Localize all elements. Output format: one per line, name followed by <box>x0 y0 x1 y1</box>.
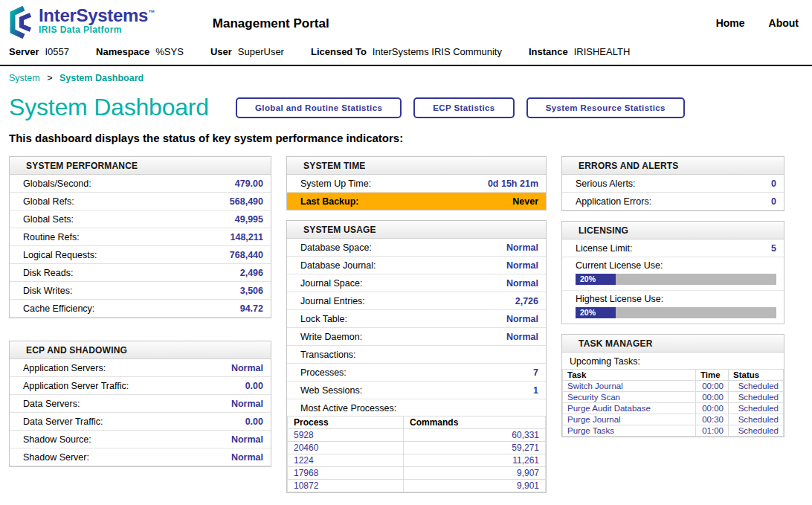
panel-title: ERRORS AND ALERTS <box>562 157 784 175</box>
upcoming-tasks-table: Task Time Status Switch Journal 00:00 Sc… <box>562 369 784 437</box>
stat-label: Data Servers: <box>23 399 80 409</box>
process-id: 1224 <box>288 454 404 467</box>
info-label: Namespace <box>96 46 149 57</box>
panel-system-time: SYSTEM TIME System Up Time:0d 15h 21m La… <box>286 156 547 210</box>
info-value: %SYS <box>155 46 184 57</box>
stat-label: Shadow Server: <box>23 452 89 463</box>
column-1: SYSTEM PERFORMANCE Globals/Second:479.00… <box>9 156 271 467</box>
stat-value: 479.00 <box>235 178 263 189</box>
stat-row: Shadow Server:Normal <box>10 448 271 466</box>
license-use-bar-fill: 20% <box>576 274 616 285</box>
process-id: 20460 <box>288 442 404 454</box>
system-resource-statistics-button[interactable]: System Resource Statistics <box>526 97 685 118</box>
task-link[interactable]: Purge Tasks <box>567 426 614 435</box>
panel-errors-alerts: ERRORS AND ALERTS Serious Alerts:0 Appli… <box>561 156 784 211</box>
info-value: IRISHEALTH <box>574 46 631 57</box>
task-link[interactable]: Purge Journal <box>567 415 621 424</box>
stat-row: Processes:7 <box>287 364 546 382</box>
panel-title: SYSTEM TIME <box>287 157 546 175</box>
stat-label: Logical Requests: <box>23 250 97 260</box>
stat-value: 3,506 <box>240 286 263 296</box>
stat-row: Global Sets:49,995 <box>10 210 271 228</box>
stat-value: Normal <box>506 314 538 324</box>
panel-title: ECP AND SHADOWING <box>10 341 271 359</box>
breadcrumb-system-link[interactable]: System <box>9 73 40 83</box>
statistics-buttons: Global and Routine Statistics ECP Statis… <box>236 97 685 118</box>
task-row: Purge Tasks 01:00 Scheduled <box>563 425 784 437</box>
brand-subtitle: IRIS Data Platform <box>39 25 155 35</box>
stat-label: Processes: <box>300 367 347 378</box>
stat-value: Normal <box>231 399 263 409</box>
stat-row: Disk Writes:3,506 <box>10 282 271 300</box>
task-row: Purge Audit Database 00:00 Scheduled <box>563 403 784 414</box>
stat-label: Database Space: <box>300 242 372 253</box>
stat-row: Application Errors:0 <box>562 193 784 210</box>
home-link[interactable]: Home <box>716 17 745 29</box>
stat-value: Normal <box>506 278 538 289</box>
stat-row: Logical Requests:768,440 <box>10 246 271 264</box>
process-id: 10872 <box>288 480 404 492</box>
task-link[interactable]: Switch Journal <box>567 382 623 390</box>
task-time: 00:30 <box>696 414 729 425</box>
process-commands: 9,901 <box>404 480 546 492</box>
column-header-status: Status <box>729 370 784 381</box>
task-time: 00:00 <box>696 381 729 392</box>
dashboard-description: This dashboard displays the status of ke… <box>0 126 812 146</box>
stat-label: Cache Efficiency: <box>23 303 94 314</box>
stat-value: 0 <box>771 178 776 189</box>
stat-label: Write Daemon: <box>300 332 362 342</box>
info-value: I0557 <box>45 46 69 57</box>
task-time: 00:00 <box>696 403 729 414</box>
info-label: Licensed To <box>311 46 367 57</box>
task-status: Scheduled <box>729 381 784 392</box>
stat-row: Globals/Second:479.00 <box>10 175 271 193</box>
breadcrumb: System > System Dashboard <box>0 66 812 86</box>
panel-system-usage: SYSTEM USAGE Database Space:Normal Datab… <box>286 220 547 493</box>
stat-value: 2,496 <box>240 268 263 278</box>
task-status: Scheduled <box>729 414 784 425</box>
column-header-commands: Commands <box>404 416 546 429</box>
ecp-statistics-button[interactable]: ECP Statistics <box>413 97 514 118</box>
info-label: User <box>210 46 232 57</box>
task-link[interactable]: Purge Audit Database <box>567 404 651 413</box>
stat-value: Normal <box>506 260 538 271</box>
intersystems-logo: InterSystems™ IRIS Data Platform <box>9 6 155 39</box>
stat-value: Normal <box>506 242 538 253</box>
panel-title: SYSTEM PERFORMANCE <box>10 157 271 175</box>
top-nav: Home About <box>716 17 799 29</box>
panel-licensing: LICENSING License Limit:5 Current Licens… <box>561 221 784 324</box>
stat-value: 1 <box>533 385 538 396</box>
info-user: User SuperUser <box>210 46 284 57</box>
stat-value: Normal <box>231 363 263 373</box>
stat-row: Database Space:Normal <box>287 239 546 257</box>
panel-title: SYSTEM USAGE <box>287 221 546 239</box>
stat-value: 7 <box>533 367 538 378</box>
task-time: 01:00 <box>696 425 729 437</box>
stat-label: Global Refs: <box>23 196 74 207</box>
about-link[interactable]: About <box>769 17 799 29</box>
brand-name: InterSystems™ <box>39 6 155 25</box>
stat-label: Database Journal: <box>300 260 376 271</box>
stat-value: 0d 15h 21m <box>488 178 538 189</box>
task-row: Switch Journal 00:00 Scheduled <box>563 381 784 392</box>
panel-task-manager: TASK MANAGER Upcoming Tasks: Task Time S… <box>561 334 784 437</box>
info-value: InterSystems IRIS Community <box>373 46 502 57</box>
stat-value: 768,440 <box>230 250 263 260</box>
license-use-bar-track: 20% <box>576 307 776 318</box>
stat-row: Routine Refs:148,211 <box>10 228 271 246</box>
column-header-time: Time <box>696 370 729 381</box>
global-routine-statistics-button[interactable]: Global and Routine Statistics <box>236 97 402 118</box>
breadcrumb-separator: > <box>47 73 52 83</box>
intersystems-logo-icon <box>9 6 34 39</box>
task-link[interactable]: Security Scan <box>567 393 620 402</box>
stat-label: Application Servers: <box>23 363 106 373</box>
stat-value: 5 <box>771 243 776 254</box>
info-value: SuperUser <box>238 46 284 57</box>
info-bar: Server I0557 Namespace %SYS User SuperUs… <box>0 40 812 66</box>
stat-value: Normal <box>506 332 538 342</box>
stat-row: Data Server Traffic:0.00 <box>10 413 271 431</box>
current-license-use-label: Current License Use: <box>576 260 776 271</box>
stat-value: 568,490 <box>230 196 263 207</box>
stat-row: Journal Entries:2,726 <box>287 292 546 310</box>
task-row: Purge Journal 00:30 Scheduled <box>563 414 784 425</box>
